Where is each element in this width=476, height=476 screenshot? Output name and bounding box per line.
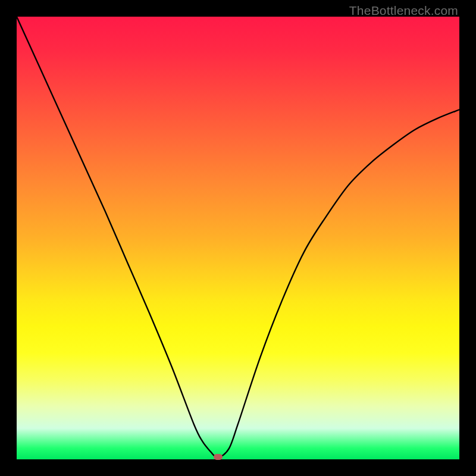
curve-svg	[17, 17, 459, 459]
plot-area	[17, 17, 459, 459]
chart-frame: TheBottleneck.com	[0, 0, 476, 476]
watermark-text: TheBottleneck.com	[349, 4, 458, 18]
optimal-point-marker	[214, 454, 223, 460]
bottleneck-curve	[17, 17, 459, 458]
